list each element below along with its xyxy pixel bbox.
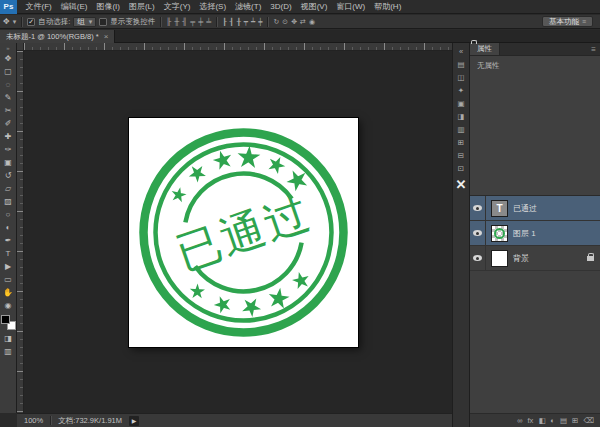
workspace-switcher[interactable]: 基本功能 ≡ <box>542 16 593 27</box>
document-tab[interactable]: 未标题-1 @ 100%(RGB/8) * × <box>0 30 115 43</box>
text-layer-thumbnail[interactable]: T <box>491 200 508 217</box>
crop-tool[interactable]: ✂ <box>0 104 16 117</box>
clone-stamp-tool[interactable]: ▣ <box>0 156 16 169</box>
pen-tool[interactable]: ✒ <box>0 234 16 247</box>
tab-properties[interactable]: 属性 <box>470 43 500 55</box>
menu-filter[interactable]: 滤镜(T) <box>231 0 266 14</box>
brush-tool[interactable]: ✑ <box>0 143 16 156</box>
link-layers-icon[interactable]: ∞ <box>517 416 522 425</box>
eyedropper-tool[interactable]: ✐ <box>0 117 16 130</box>
3d-roll-icon[interactable]: ⊙ <box>282 16 288 28</box>
history-brush-tool[interactable]: ↺ <box>0 169 16 182</box>
menu-file[interactable]: 文件(F) <box>21 0 56 14</box>
image-layer-thumbnail[interactable] <box>491 225 508 242</box>
shape-tool[interactable]: ▭ <box>0 273 16 286</box>
menu-layer[interactable]: 图层(L) <box>124 0 159 14</box>
layers-list-area: T 已通过 图层 1 背景 <box>470 196 600 427</box>
layer-style-icon[interactable]: fx <box>528 416 534 425</box>
distribute-center-icon[interactable]: ╂ <box>237 16 241 28</box>
move-tool[interactable]: ✥ <box>0 52 16 65</box>
layer-row-background[interactable]: 背景 <box>470 246 600 271</box>
show-transform-checkbox[interactable] <box>99 18 107 26</box>
hand-tool[interactable]: ✋ <box>0 286 16 299</box>
right-panel-dock: 属性 ≡ 无属性 图层 通道 路径 ≡ ▼ 类型 ▣ ◐ T <box>470 43 600 427</box>
align-right-icon[interactable]: ╢ <box>182 16 187 28</box>
menu-select[interactable]: 选择(S) <box>195 0 231 14</box>
align-bottom-icon[interactable]: ╧ <box>206 16 211 28</box>
3d-drag-icon[interactable]: ✥ <box>291 16 297 28</box>
3d-slide-icon[interactable]: ⇄ <box>300 16 306 28</box>
document-tab-title: 未标题-1 @ 100%(RGB/8) * <box>6 32 99 42</box>
dock-panel-icon-9[interactable]: ⊡ <box>453 162 469 175</box>
horizontal-ruler[interactable] <box>24 43 452 51</box>
layer-mask-icon[interactable]: ◧ <box>538 416 545 425</box>
dock-panel-icon-3[interactable]: ✦ <box>453 84 469 97</box>
tool-preset-caret-icon[interactable]: ▾ <box>13 16 17 28</box>
menu-window[interactable]: 窗口(W) <box>332 0 370 14</box>
foreground-color-swatch[interactable] <box>1 315 10 324</box>
dock-panel-icon-1[interactable]: ▤ <box>453 58 469 71</box>
menu-help[interactable]: 帮助(H) <box>370 0 406 14</box>
menu-view[interactable]: 视图(V) <box>296 0 332 14</box>
layer-lock-icon <box>587 256 594 261</box>
quick-selection-tool[interactable]: ✎ <box>0 91 16 104</box>
align-left-icon[interactable]: ╟ <box>166 16 171 28</box>
zoom-level-field[interactable]: 100% <box>24 416 43 425</box>
distribute-right-icon[interactable]: ┨ <box>229 16 233 28</box>
menu-image[interactable]: 图像(I) <box>92 0 125 14</box>
layer-row-image[interactable]: 图层 1 <box>470 221 600 246</box>
visibility-eye-icon[interactable] <box>473 230 482 236</box>
status-options-arrow-icon[interactable]: ▶ <box>129 416 139 426</box>
align-center-v-icon[interactable]: ╪ <box>198 16 203 28</box>
lasso-tool[interactable]: ◌ <box>0 78 16 91</box>
distribute-bottom-icon[interactable]: ┷ <box>251 16 255 28</box>
auto-select-checkbox[interactable]: ✓ <box>27 18 35 26</box>
healing-brush-tool[interactable]: ✚ <box>0 130 16 143</box>
toolbar-collapse-icon[interactable]: » <box>0 44 16 52</box>
dock-panel-icon-6[interactable]: ▥ <box>453 123 469 136</box>
dock-panel-icon-8[interactable]: ⊟ <box>453 149 469 162</box>
vertical-ruler[interactable] <box>17 51 24 413</box>
zoom-tool[interactable]: ◉ <box>0 299 16 312</box>
menu-3d[interactable]: 3D(D) <box>266 0 296 14</box>
distribute-left-icon[interactable]: ┠ <box>222 16 226 28</box>
dock-panel-icon-2[interactable]: ◫ <box>453 71 469 84</box>
distribute-top-icon[interactable]: ┯ <box>244 16 248 28</box>
close-x-icon[interactable]: ✕ <box>453 175 469 193</box>
dock-expand-icon[interactable]: « <box>453 45 469 58</box>
path-selection-tool[interactable]: ▶ <box>0 260 16 273</box>
screen-mode-button[interactable]: ▥ <box>0 345 16 358</box>
dodge-tool[interactable]: ◐ <box>0 221 16 234</box>
distribute-middle-icon[interactable]: ┿ <box>258 16 262 28</box>
menu-edit[interactable]: 编辑(E) <box>56 0 92 14</box>
layer-row-text[interactable]: T 已通过 <box>470 196 600 221</box>
dock-panel-icon-4[interactable]: ▣ <box>453 97 469 110</box>
3d-scale-icon[interactable]: ◉ <box>309 16 315 28</box>
adjustment-layer-icon[interactable]: ◐ <box>550 416 555 425</box>
type-tool[interactable]: T <box>0 247 16 260</box>
new-group-icon[interactable]: ▤ <box>560 416 567 425</box>
document-canvas[interactable]: 已通过 <box>129 118 358 347</box>
canvas-area: 已通过 <box>17 43 452 413</box>
3d-rotate-icon[interactable]: ↻ <box>273 16 279 28</box>
delete-layer-icon[interactable]: ⌫ <box>583 416 594 425</box>
quick-mask-button[interactable]: ◨ <box>0 332 16 345</box>
color-swatches[interactable] <box>1 315 16 330</box>
eraser-tool[interactable]: ▱ <box>0 182 16 195</box>
background-layer-thumbnail[interactable] <box>491 250 508 267</box>
properties-panel: 属性 ≡ 无属性 <box>470 43 600 196</box>
dock-panel-icon-5[interactable]: ◨ <box>453 110 469 123</box>
align-center-h-icon[interactable]: ╫ <box>174 16 179 28</box>
marquee-tool[interactable]: ▢ <box>0 65 16 78</box>
auto-select-target-dropdown[interactable]: 组 ▾ <box>73 17 96 27</box>
new-layer-icon[interactable]: ⊞ <box>572 416 578 425</box>
visibility-eye-icon[interactable] <box>473 205 482 211</box>
tab-close-icon[interactable]: × <box>104 32 109 41</box>
panel-menu-icon[interactable]: ≡ <box>591 43 596 55</box>
gradient-tool[interactable]: ▨ <box>0 195 16 208</box>
align-top-icon[interactable]: ╤ <box>190 16 195 28</box>
menu-type[interactable]: 文字(Y) <box>159 0 195 14</box>
dock-panel-icon-7[interactable]: ⊞ <box>453 136 469 149</box>
visibility-eye-icon[interactable] <box>473 255 482 261</box>
blur-tool[interactable]: ○ <box>0 208 16 221</box>
